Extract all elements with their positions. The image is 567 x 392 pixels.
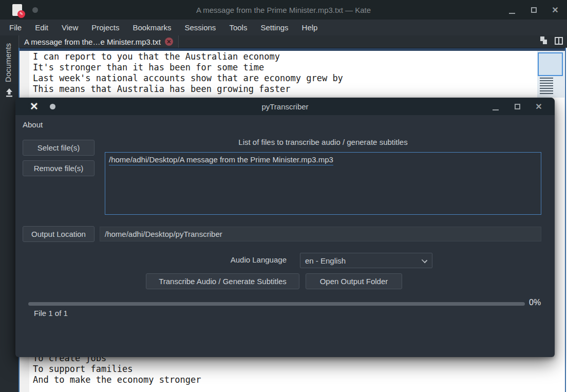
menu-bookmarks[interactable]: Bookmarks [133, 23, 171, 32]
chevron-down-icon [422, 257, 427, 263]
kate-pencil-badge-icon: ✎ [17, 10, 25, 18]
kate-app-icon: ✎ [12, 4, 22, 16]
audio-language-selected: en - English [305, 256, 346, 265]
editor-line: This means that Australia has been growi… [33, 84, 343, 95]
editor-line: Last week's national accounts show that … [33, 73, 343, 84]
transcribe-button[interactable]: Transcribe Audio / Generate Subtitles [146, 273, 299, 289]
progress-bar [28, 302, 525, 306]
kate-titlebar: ✎ A message from the Prime Minister.mp3.… [0, 0, 567, 20]
editor-focus-frame-right [565, 48, 566, 392]
kate-window-title: A message from the Prime Minister.mp3.tx… [0, 6, 567, 14]
open-output-folder-button[interactable]: Open Output Folder [306, 273, 402, 289]
menu-projects[interactable]: Projects [91, 23, 119, 32]
editor-text-top: I can report to you that the Australian … [33, 51, 343, 95]
output-location-button[interactable]: Output Location [23, 226, 94, 242]
output-path-field[interactable]: /home/adhi/Desktop/pyTranscriber [100, 227, 541, 241]
file-list-item[interactable]: /home/adhi/Desktop/A message from the Pr… [109, 155, 333, 165]
remove-files-button[interactable]: Remove file(s) [23, 160, 94, 176]
file-list-label: List of files to transcribe audio / gene… [105, 138, 541, 146]
pytranscriber-titlebar-dot-icon [50, 104, 55, 109]
sidebar-item-documents[interactable]: Documents [4, 43, 12, 82]
audio-language-dropdown[interactable]: en - English [300, 253, 432, 268]
pytranscriber-titlebar: ✕ pyTranscriber ✕ [15, 98, 555, 115]
arrow-up-icon[interactable] [5, 87, 14, 98]
kate-minimize-button[interactable] [507, 6, 517, 14]
select-files-button[interactable]: Select file(s) [23, 140, 94, 156]
audio-language-label: Audio Language [223, 255, 287, 264]
document-switcher-icon[interactable] [539, 36, 547, 45]
pytranscriber-window: ✕ pyTranscriber ✕ About Select file(s) R… [15, 98, 555, 357]
editor-line: To support families [33, 364, 201, 375]
kate-menubar: File Edit View Projects Bookmarks Sessio… [0, 20, 567, 35]
tab-close-icon[interactable]: ✕ [165, 38, 173, 46]
editor-line: I can report to you that the Australian … [33, 51, 343, 62]
kate-maximize-button[interactable] [529, 6, 538, 14]
menu-file[interactable]: File [9, 23, 22, 32]
pytranscriber-menubar: About [15, 115, 555, 134]
pytranscriber-close-button[interactable]: ✕ [534, 102, 543, 111]
menu-tools[interactable]: Tools [229, 23, 247, 32]
menu-help[interactable]: Help [302, 23, 318, 32]
menu-edit[interactable]: Edit [35, 23, 48, 32]
document-tab-label: A message from the…e Minister.mp3.txt [24, 38, 161, 46]
editor-focus-frame-top [18, 48, 566, 51]
menu-settings[interactable]: Settings [260, 23, 288, 32]
minimap-viewport-handle[interactable] [538, 52, 563, 76]
pytranscriber-app-icon: ✕ [30, 100, 39, 113]
kate-close-button[interactable]: ✕ [551, 5, 560, 15]
pytranscriber-minimize-button[interactable] [491, 102, 500, 111]
file-list[interactable]: /home/adhi/Desktop/A message from the Pr… [105, 152, 541, 215]
minimap-text-preview [540, 78, 553, 95]
split-view-icon[interactable] [555, 37, 563, 45]
kate-tabbar: A message from the…e Minister.mp3.txt ✕ [0, 35, 567, 48]
menu-about[interactable]: About [23, 120, 43, 129]
progress-percent: 0% [529, 298, 550, 307]
document-tab[interactable]: A message from the…e Minister.mp3.txt ✕ [18, 35, 179, 48]
file-counter: File 1 of 1 [34, 309, 68, 318]
editor-line: And to make the economy stronger [33, 375, 201, 385]
editor-text-bottom: To create jobsTo support familiesAnd to … [33, 353, 201, 385]
editor-line: It's stronger than it has been for some … [33, 62, 343, 73]
kate-titlebar-dot-icon [32, 7, 38, 13]
pytranscriber-window-title: pyTranscriber [15, 102, 555, 111]
menu-sessions[interactable]: Sessions [185, 23, 216, 32]
menu-view[interactable]: View [62, 23, 78, 32]
pytranscriber-maximize-button[interactable] [513, 102, 522, 111]
